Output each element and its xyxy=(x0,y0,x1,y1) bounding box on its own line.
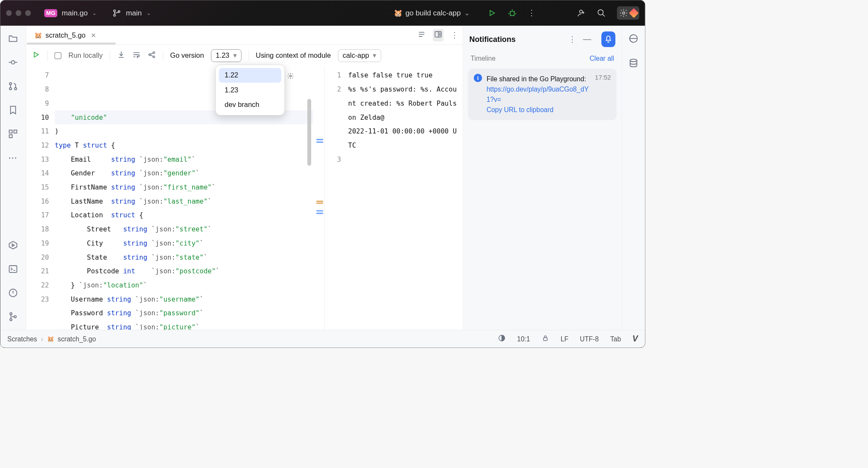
editor-tabs: 🐹 scratch_5.go ✕ ⋮ xyxy=(26,26,463,45)
indent[interactable]: Tab xyxy=(610,335,621,343)
left-toolbar: ⋯ xyxy=(0,26,26,330)
run-config[interactable]: 🐹 go build calc-app ⌄ xyxy=(394,9,470,17)
structure-icon[interactable] xyxy=(8,129,18,141)
go-version-label: Go version xyxy=(170,51,204,59)
gear-icon[interactable] xyxy=(287,72,294,79)
svg-point-25 xyxy=(290,75,291,77)
marker-strip[interactable] xyxy=(313,66,325,330)
ai-icon[interactable] xyxy=(628,33,639,45)
status-bar: Scratches › 🐹 scratch_5.go 10:1 LF UTF-8… xyxy=(0,330,645,348)
contrast-icon[interactable] xyxy=(498,334,505,344)
scratch-toolbar: Run locally Go version 1.23 ▾ Using cont… xyxy=(26,45,463,67)
breadcrumb[interactable]: Scratches › 🐹 scratch_5.go xyxy=(7,335,96,343)
min-dot[interactable] xyxy=(15,10,21,16)
max-dot[interactable] xyxy=(25,10,31,16)
database-icon[interactable] xyxy=(628,58,639,70)
tab-scroll-indicator xyxy=(27,43,116,44)
more-icon[interactable]: ⋮ xyxy=(568,35,576,44)
minimize-icon[interactable]: — xyxy=(583,34,591,44)
settings-button[interactable] xyxy=(617,6,639,20)
vim-indicator[interactable]: V xyxy=(633,334,638,344)
close-dot[interactable] xyxy=(6,10,12,16)
editor-tab[interactable]: 🐹 scratch_5.go ✕ xyxy=(30,29,100,42)
svg-point-1 xyxy=(113,15,115,16)
debug-button[interactable] xyxy=(508,8,517,18)
run-locally-label: Run locally xyxy=(68,51,103,59)
svg-point-3 xyxy=(510,11,514,15)
file-badge: MG xyxy=(44,9,57,17)
chevron-down-icon[interactable]: ⌄ xyxy=(92,10,96,17)
gear-icon xyxy=(619,8,628,18)
commit-icon[interactable] xyxy=(8,57,18,69)
reader-mode-icon[interactable] xyxy=(417,30,425,40)
chevron-down-icon[interactable]: ⌄ xyxy=(146,10,151,17)
services-icon[interactable] xyxy=(8,240,18,252)
notification-text: File shared in the Go Playground: xyxy=(487,75,586,82)
svg-rect-11 xyxy=(9,130,12,133)
bookmark-icon[interactable] xyxy=(8,105,18,117)
run-button[interactable] xyxy=(487,8,496,18)
svg-point-10 xyxy=(15,88,17,90)
copy-url-action[interactable]: Copy URL to clipboard xyxy=(487,106,553,113)
svg-point-8 xyxy=(9,83,12,85)
output-pane[interactable]: false false true true %s %s's password: … xyxy=(345,66,463,330)
notification-link[interactable]: https://go.dev/play/p/9uaCGo8_dY1?v= xyxy=(487,86,589,103)
svg-point-7 xyxy=(12,61,15,64)
module-select[interactable]: calc-app ▾ xyxy=(338,49,381,62)
code-with-me-icon[interactable] xyxy=(576,8,586,18)
gopher-icon: 🐹 xyxy=(394,9,402,17)
run-button[interactable] xyxy=(32,50,40,61)
svg-rect-29 xyxy=(544,338,547,341)
git-icon[interactable] xyxy=(8,312,18,324)
notifications-bell[interactable] xyxy=(601,32,615,47)
breadcrumb-item[interactable]: Scratches xyxy=(7,335,37,343)
notification-card[interactable]: i File shared in the Go Playground: http… xyxy=(468,69,617,121)
go-scratch-icon: 🐹 xyxy=(34,31,42,39)
window-controls[interactable] xyxy=(6,10,31,16)
share-icon[interactable] xyxy=(148,50,156,61)
svg-point-5 xyxy=(598,10,603,15)
popup-item[interactable]: dev branch xyxy=(219,97,281,112)
wrap-icon[interactable] xyxy=(132,50,140,61)
editor[interactable]: 7891011121314151617181920212223 "unicode… xyxy=(26,66,463,330)
go-version-popup: 1.22 1.23 dev branch xyxy=(215,65,285,116)
info-icon: i xyxy=(474,74,482,82)
branch-name[interactable]: main xyxy=(126,9,142,17)
notifications-panel: Notifications ⋮ — Timeline Clear all i F… xyxy=(463,26,622,330)
terminal-icon[interactable] xyxy=(8,264,18,276)
search-icon[interactable] xyxy=(597,8,606,18)
split-view-icon[interactable] xyxy=(433,29,443,41)
popup-item[interactable]: 1.22 xyxy=(219,68,281,83)
svg-rect-12 xyxy=(14,130,17,133)
breadcrumb-item[interactable]: scratch_5.go xyxy=(58,335,96,343)
more-icon[interactable]: ⋮ xyxy=(451,31,458,40)
folder-icon[interactable] xyxy=(8,33,18,45)
more-icon[interactable]: ⋮ xyxy=(528,9,535,18)
module-value: calc-app xyxy=(343,51,369,59)
more-icon[interactable]: ⋯ xyxy=(8,153,18,163)
titlebar: MG main.go ⌄ main ⌄ 🐹 go build calc-app … xyxy=(0,0,645,26)
line-ending[interactable]: LF xyxy=(561,335,568,343)
download-icon[interactable] xyxy=(117,50,125,61)
go-version-select[interactable]: 1.23 ▾ xyxy=(211,49,241,62)
caret-position[interactable]: 10:1 xyxy=(517,335,530,343)
ai-logo-icon xyxy=(629,8,639,18)
svg-rect-13 xyxy=(9,135,12,138)
notification-time: 17:52 xyxy=(595,74,611,115)
pull-request-icon[interactable] xyxy=(8,81,18,93)
svg-point-17 xyxy=(10,313,12,315)
close-icon[interactable]: ✕ xyxy=(91,31,96,39)
titlebar-filename[interactable]: main.go xyxy=(62,9,88,17)
svg-rect-21 xyxy=(439,33,440,36)
clear-all-link[interactable]: Clear all xyxy=(589,55,614,62)
svg-point-19 xyxy=(14,316,16,318)
popup-item[interactable]: 1.23 xyxy=(219,83,281,97)
lock-icon[interactable] xyxy=(541,334,549,344)
line-gutter[interactable]: 7891011121314151617181920212223 xyxy=(26,66,55,330)
run-locally-checkbox[interactable] xyxy=(54,52,61,59)
branch-icon[interactable] xyxy=(112,8,122,18)
encoding[interactable]: UTF-8 xyxy=(580,335,599,343)
chevron-down-icon: ▾ xyxy=(373,51,376,59)
tab-filename: scratch_5.go xyxy=(45,31,86,39)
problems-icon[interactable] xyxy=(8,288,18,300)
